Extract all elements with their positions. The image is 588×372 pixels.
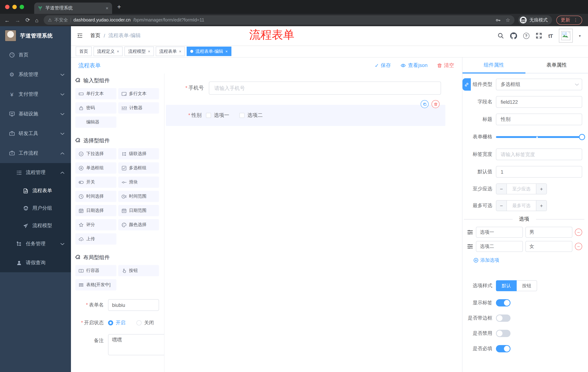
palette-item-button[interactable]: 按钮 [118,265,159,276]
form-remark-textarea[interactable]: 嘿嘿 [108,334,165,355]
status-radio-on[interactable]: 开启 [108,319,126,326]
close-window-button[interactable] [5,5,10,9]
form-name-input[interactable] [108,299,159,311]
palette-item-counter[interactable]: 123 计数器 [118,102,159,114]
add-option-button[interactable]: 添加选项 [473,257,588,264]
sidebar-item-workflow[interactable]: 工作流程 [0,143,71,163]
palette-item-single-text[interactable]: 单行文本 [75,88,116,99]
tab-form-props[interactable]: 表单属性 [525,57,588,73]
close-tag-icon[interactable]: × [148,49,150,53]
option-value-input[interactable] [525,241,572,252]
palette-item-date-range[interactable]: 日期范围 [118,205,159,216]
checkbox-icon[interactable] [239,113,244,118]
decrease-button[interactable]: − [496,201,507,211]
collapse-sidebar-icon[interactable] [77,33,83,39]
sidebar-item-payment[interactable]: ¥ 支付管理 [0,85,71,104]
palette-item-editor[interactable]: 编辑器 [75,117,116,128]
security-label[interactable]: 不安全 [54,17,68,23]
sidebar-item-process-mgmt[interactable]: 流程管理 [0,163,71,182]
search-icon[interactable] [497,32,504,39]
avatar-caret-icon[interactable]: ▾ [579,34,581,38]
remove-option-button[interactable]: − [575,229,582,236]
status-radio-off[interactable]: 关闭 [136,319,154,326]
drag-handle-icon[interactable] [467,229,473,235]
form-canvas[interactable]: *手机号 [165,74,462,372]
palette-item-switch[interactable]: 开关 [75,177,116,188]
max-check-input[interactable] [507,201,536,211]
data-binding-tag[interactable] [462,78,471,91]
drag-handle-icon[interactable] [467,243,473,250]
clear-button[interactable]: 清空 [437,62,454,69]
increase-button[interactable]: + [536,184,546,194]
palette-item-select[interactable]: 下拉选择 [75,148,116,159]
sidebar-item-task-mgmt[interactable]: 任务管理 [0,234,71,253]
palette-item-row-container[interactable]: 行容器 [75,265,116,276]
canvas-field-gender-selected[interactable]: *性别 选项一 选项二 [166,105,445,126]
close-tag-icon[interactable]: × [225,49,228,53]
tag-process-definition[interactable]: 流程定义 × [94,47,123,56]
sidebar-item-infra[interactable]: 基础设施 [0,104,71,124]
palette-item-time-picker[interactable]: 时间选择 [75,191,116,202]
required-toggle[interactable] [496,345,511,352]
palette-item-multi-text[interactable]: 多行文本 [118,88,159,99]
update-button[interactable]: 更新 ⋮ [556,15,582,25]
min-check-input[interactable] [507,184,536,194]
font-size-icon[interactable]: tT [548,32,553,39]
new-tab-button[interactable]: + [117,3,121,11]
palette-item-cascader[interactable]: 级联选择 [118,148,159,159]
home-icon[interactable]: ⌂ [35,17,38,23]
checkbox-icon[interactable] [206,113,211,118]
phone-field-input[interactable] [209,82,441,95]
slider-track[interactable] [496,136,582,138]
zoom-window-button[interactable] [20,5,24,9]
fullscreen-icon[interactable] [536,32,542,39]
close-tag-icon[interactable]: × [179,49,181,53]
save-button[interactable]: ✓ 保存 [375,62,391,69]
palette-item-checkbox-group[interactable]: 多选框组 [118,162,159,174]
close-tag-icon[interactable]: × [117,49,119,53]
sidebar-item-process-form[interactable]: 流程表单 [0,182,71,200]
gender-option-2[interactable]: 选项二 [239,112,263,119]
palette-item-table[interactable]: 表格[开发中] [75,279,116,290]
reload-icon[interactable]: ⟳ [25,17,30,23]
sidebar-item-system[interactable]: ⚙ 系统管理 [0,65,71,85]
avatar[interactable] [559,29,573,43]
decrease-button[interactable]: − [496,184,507,194]
title-input[interactable] [496,114,582,125]
palette-item-rate[interactable]: 评分 [75,219,116,230]
sidebar-item-user-group[interactable]: 用户分组 [0,200,71,217]
palette-item-time-range[interactable]: 时间范围 [118,191,159,202]
tag-process-model[interactable]: 流程模型 × [125,47,154,56]
component-type-select[interactable]: 多选框组 [496,79,582,90]
sidebar-item-process-model[interactable]: 流程模型 [0,217,71,234]
minimize-window-button[interactable] [12,5,17,9]
bookmark-star-icon[interactable]: ☆ [505,17,510,23]
sidebar-item-devtools[interactable]: 研发工具 [0,124,71,143]
palette-item-upload[interactable]: 上传 [75,233,116,244]
close-tab-icon[interactable]: × [106,5,108,11]
copy-component-button[interactable] [421,100,429,108]
tag-home[interactable]: 首页 [76,47,92,56]
canvas-field-phone[interactable]: *手机号 [167,82,441,95]
palette-item-slider[interactable]: 滑块 [118,177,159,188]
back-icon[interactable]: ← [4,17,10,23]
show-label-toggle[interactable] [496,299,511,307]
slider-handle[interactable] [579,134,585,140]
palette-item-color-picker[interactable]: 颜色选择 [118,219,159,230]
view-json-button[interactable]: 查看json [400,62,428,69]
github-icon[interactable] [510,32,517,39]
option-value-input[interactable] [525,227,572,238]
breadcrumb-home[interactable]: 首页 [90,32,100,39]
form-grid-slider[interactable] [496,131,582,143]
sidebar-item-leave-query[interactable]: 请假查询 [0,253,71,272]
style-default-button[interactable]: 默认 [496,280,517,291]
tag-process-form-edit[interactable]: 流程表单-编辑 × [187,47,231,56]
gender-option-1[interactable]: 选项一 [206,112,229,119]
remove-option-button[interactable]: − [575,243,582,250]
option-label-input[interactable] [476,227,523,238]
default-value-input[interactable] [496,166,582,178]
browser-menu-icon[interactable]: ⋮ [573,18,578,22]
forward-icon[interactable]: → [15,17,20,23]
style-button-button[interactable]: 按钮 [517,280,537,291]
help-icon[interactable]: ? [523,32,529,39]
